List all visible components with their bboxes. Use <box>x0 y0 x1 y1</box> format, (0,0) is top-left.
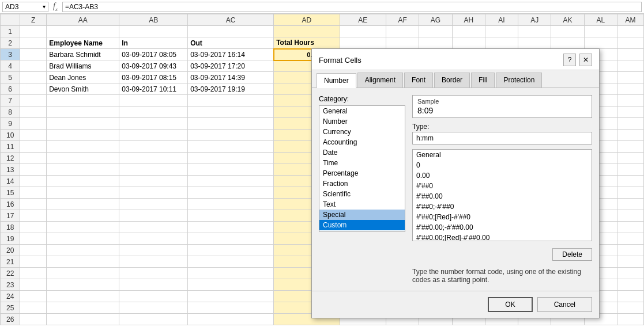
cell-AE2[interactable] <box>340 37 386 49</box>
cell-Z7[interactable] <box>20 95 47 107</box>
cell-AE1[interactable] <box>340 26 386 37</box>
cell-AC25[interactable] <box>188 302 274 314</box>
cell-AJ2[interactable] <box>518 37 551 49</box>
type-item[interactable]: 0 <box>413 160 592 170</box>
tab-alignment[interactable]: Alignment <box>357 73 403 88</box>
col-header-AK[interactable]: AK <box>551 14 584 26</box>
cell-Z13[interactable] <box>20 164 47 176</box>
cell-AC11[interactable] <box>188 141 274 153</box>
cell-AB24[interactable] <box>119 291 188 302</box>
cell-AB18[interactable] <box>119 222 188 233</box>
type-item[interactable]: #'##0.00;[Red]-#'##0.00 <box>413 233 592 241</box>
row-header-21[interactable]: 21 <box>1 256 20 268</box>
cell-AM23[interactable] <box>617 279 644 291</box>
row-header-13[interactable]: 13 <box>1 164 20 176</box>
cell-AA18[interactable] <box>47 222 119 233</box>
col-header-AB[interactable]: AB <box>119 14 188 26</box>
category-item-date[interactable]: Date <box>319 147 405 158</box>
cell-AD1[interactable] <box>274 26 340 37</box>
cell-AM7[interactable] <box>617 95 644 107</box>
cell-AM10[interactable] <box>617 130 644 141</box>
cell-AC7[interactable] <box>188 95 274 107</box>
cell-AC2[interactable]: Out <box>188 37 274 49</box>
cell-AA3[interactable]: Barbara Schmidt <box>47 49 119 60</box>
cell-AA20[interactable] <box>47 245 119 256</box>
cell-AA2[interactable]: Employee Name <box>47 37 119 49</box>
category-item-percentage[interactable]: Percentage <box>319 168 405 178</box>
row-header-23[interactable]: 23 <box>1 279 20 291</box>
cell-AC13[interactable] <box>188 164 274 176</box>
cell-AC9[interactable] <box>188 118 274 130</box>
row-header-25[interactable]: 25 <box>1 302 20 314</box>
tab-protection[interactable]: Protection <box>496 73 542 88</box>
cell-AM25[interactable] <box>617 302 644 314</box>
col-header-AC[interactable]: AC <box>188 14 274 26</box>
delete-button[interactable]: Delete <box>552 248 592 261</box>
cell-AA6[interactable]: Devon Smith <box>47 83 119 95</box>
cell-Z23[interactable] <box>20 279 47 291</box>
cell-AA26[interactable] <box>47 314 119 325</box>
cell-AM6[interactable] <box>617 83 644 95</box>
cell-AM20[interactable] <box>617 245 644 256</box>
ok-button[interactable]: OK <box>488 297 532 312</box>
row-header-8[interactable]: 8 <box>1 107 20 118</box>
col-header-AM[interactable]: AM <box>617 14 644 26</box>
cell-AA4[interactable]: Brad Williams <box>47 60 119 72</box>
cancel-button[interactable]: Cancel <box>537 297 592 312</box>
cell-AA22[interactable] <box>47 268 119 279</box>
cell-AB10[interactable] <box>119 130 188 141</box>
col-header-AD[interactable]: AD <box>274 14 340 26</box>
cell-AG2[interactable] <box>419 37 452 49</box>
cell-Z18[interactable] <box>20 222 47 233</box>
row-header-10[interactable]: 10 <box>1 130 20 141</box>
row-header-14[interactable]: 14 <box>1 176 20 187</box>
col-header-AJ[interactable]: AJ <box>518 14 551 26</box>
cell-AM8[interactable] <box>617 107 644 118</box>
row-header-3[interactable]: 3 <box>1 49 20 60</box>
cell-AL1[interactable] <box>584 26 617 37</box>
cell-AI1[interactable] <box>485 26 518 37</box>
cell-AM16[interactable] <box>617 199 644 210</box>
cell-AC21[interactable] <box>188 256 274 268</box>
cell-AB26[interactable] <box>119 314 188 325</box>
cell-AM3[interactable] <box>617 49 644 60</box>
cell-Z21[interactable] <box>20 256 47 268</box>
cell-AC19[interactable] <box>188 233 274 245</box>
cell-AM1[interactable] <box>617 26 644 37</box>
type-item[interactable]: #'##0.00;-#'##0.00 <box>413 222 592 233</box>
cell-AA17[interactable] <box>47 210 119 222</box>
cell-AC16[interactable] <box>188 199 274 210</box>
col-header-AL[interactable]: AL <box>584 14 617 26</box>
type-item[interactable]: #'##0.00 <box>413 191 592 201</box>
cell-AK2[interactable] <box>551 37 584 49</box>
tab-fill[interactable]: Fill <box>471 73 495 88</box>
type-item[interactable]: General <box>413 150 592 160</box>
col-header-AH[interactable]: AH <box>452 14 485 26</box>
cell-AB7[interactable] <box>119 95 188 107</box>
cell-AA24[interactable] <box>47 291 119 302</box>
row-header-5[interactable]: 5 <box>1 72 20 83</box>
tab-number[interactable]: Number <box>317 73 356 88</box>
cell-AI2[interactable] <box>485 37 518 49</box>
category-item-currency[interactable]: Currency <box>319 127 405 137</box>
row-header-20[interactable]: 20 <box>1 245 20 256</box>
cell-AA15[interactable] <box>47 187 119 199</box>
category-list[interactable]: GeneralNumberCurrencyAccountingDateTimeP… <box>319 105 405 232</box>
cell-Z6[interactable] <box>20 83 47 95</box>
cell-AG1[interactable] <box>419 26 452 37</box>
cell-Z11[interactable] <box>20 141 47 153</box>
cell-AA7[interactable] <box>47 95 119 107</box>
cell-reference-box[interactable]: AD3 ▾ <box>2 2 48 12</box>
cell-AA16[interactable] <box>47 199 119 210</box>
cell-AB1[interactable] <box>119 26 188 37</box>
cell-AC24[interactable] <box>188 291 274 302</box>
cell-AH2[interactable] <box>452 37 485 49</box>
cell-AB6[interactable]: 03-09-2017 10:11 <box>119 83 188 95</box>
cell-AA11[interactable] <box>47 141 119 153</box>
cell-AA13[interactable] <box>47 164 119 176</box>
cell-Z22[interactable] <box>20 268 47 279</box>
cell-AA9[interactable] <box>47 118 119 130</box>
cell-Z14[interactable] <box>20 176 47 187</box>
cell-AA12[interactable] <box>47 153 119 164</box>
row-header-18[interactable]: 18 <box>1 222 20 233</box>
